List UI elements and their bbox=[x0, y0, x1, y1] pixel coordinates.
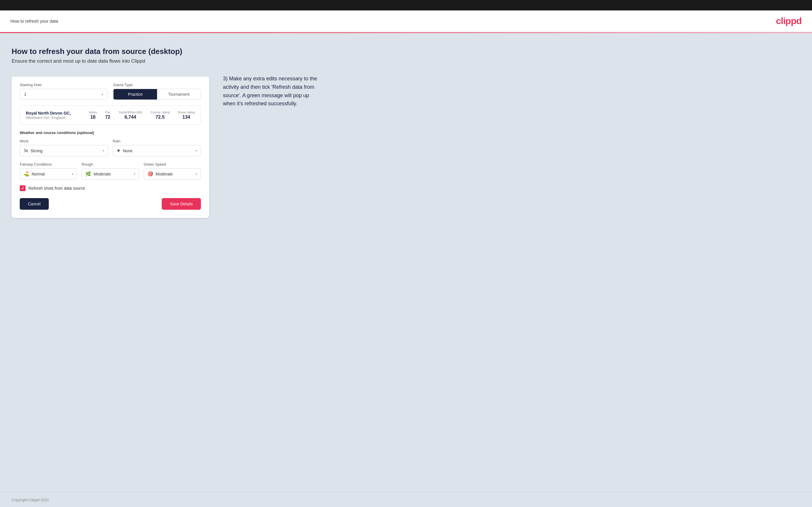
game-type-group: Game Type Practice Tournament bbox=[113, 83, 201, 100]
chevron-down-icon: ▾ bbox=[72, 172, 73, 175]
yards-label: Yards/White (M)) bbox=[118, 111, 142, 114]
starting-hole-label: Starting Hole bbox=[20, 83, 107, 87]
green-speed-value: Moderate bbox=[156, 172, 196, 176]
slope-rating-label: Slope rating bbox=[178, 111, 195, 114]
starting-hole-value: 1 bbox=[24, 92, 27, 97]
fairway-label: Fairway Conditions bbox=[20, 162, 77, 167]
course-rating-value: 72.5 bbox=[156, 115, 165, 120]
weather-section-title: Weather and course conditions (optional) bbox=[20, 130, 201, 135]
holes-stat: Holes 18 bbox=[89, 111, 97, 120]
wind-label: Wind bbox=[20, 139, 108, 143]
rain-label: Rain bbox=[113, 139, 201, 143]
chevron-down-icon: ▾ bbox=[102, 93, 103, 96]
header: How to refresh your data clippd bbox=[0, 10, 812, 32]
tournament-button[interactable]: Tournament bbox=[157, 89, 201, 100]
rain-group: Rain ☀ None ▾ bbox=[113, 139, 201, 156]
course-card: Royal North Devon GC, Westward Ho!, Engl… bbox=[20, 106, 201, 125]
rough-value: Moderate bbox=[94, 172, 134, 176]
rough-label: Rough bbox=[82, 162, 139, 167]
green-speed-group: Green Speed 🎯 Moderate ▾ bbox=[144, 162, 201, 179]
content-area: Starting Hole 1 ▾ Game Type Practice Tou… bbox=[12, 74, 800, 218]
course-name: Royal North Devon GC, bbox=[26, 111, 82, 115]
rain-icon: ☀ bbox=[116, 148, 120, 154]
fairway-group: Fairway Conditions ⛳ Normal ▾ bbox=[20, 162, 77, 179]
fairway-value: Normal bbox=[32, 172, 72, 176]
button-row: Cancel Save Details bbox=[20, 198, 201, 210]
course-info: Royal North Devon GC, Westward Ho!, Engl… bbox=[26, 111, 82, 120]
yards-stat: Yards/White (M)) 6,744 bbox=[118, 111, 142, 120]
refresh-label: Refresh shots from data source bbox=[29, 186, 85, 190]
card-strip bbox=[12, 74, 209, 77]
green-speed-select[interactable]: 🎯 Moderate ▾ bbox=[144, 168, 201, 179]
holes-value: 18 bbox=[90, 115, 96, 120]
wind-select[interactable]: 🌬 Strong ▾ bbox=[20, 145, 108, 156]
rough-group: Rough 🌿 Moderate ▾ bbox=[82, 162, 139, 179]
form-card: Starting Hole 1 ▾ Game Type Practice Tou… bbox=[12, 74, 209, 218]
starting-hole-select[interactable]: 1 ▾ bbox=[20, 89, 107, 100]
starting-hole-group: Starting Hole 1 ▾ bbox=[20, 83, 107, 100]
practice-button[interactable]: Practice bbox=[113, 89, 157, 100]
course-rating-stat: Course rating 72.5 bbox=[150, 111, 169, 120]
holes-label: Holes bbox=[89, 111, 97, 114]
chevron-down-icon: ▾ bbox=[103, 149, 104, 152]
cancel-button[interactable]: Cancel bbox=[20, 198, 49, 210]
rain-value: None bbox=[123, 149, 196, 153]
game-type-label: Game Type bbox=[113, 83, 201, 87]
top-bar bbox=[0, 0, 812, 10]
logo: clippd bbox=[776, 16, 802, 26]
rain-select[interactable]: ☀ None ▾ bbox=[113, 145, 201, 156]
slope-rating-stat: Slope rating 134 bbox=[178, 111, 195, 120]
game-type-toggle: Practice Tournament bbox=[113, 89, 201, 100]
yards-value: 6,744 bbox=[124, 115, 136, 120]
chevron-down-icon: ▾ bbox=[196, 172, 197, 175]
slope-rating-value: 134 bbox=[182, 115, 190, 120]
fairway-icon: ⛳ bbox=[23, 171, 29, 177]
refresh-checkbox-row: Refresh shots from data source bbox=[20, 185, 201, 191]
par-label: Par bbox=[105, 111, 110, 114]
chevron-down-icon: ▾ bbox=[196, 149, 197, 152]
header-title: How to refresh your data bbox=[10, 18, 58, 23]
par-value: 72 bbox=[105, 115, 110, 120]
conditions-row1: Wind 🌬 Strong ▾ Rain ☀ None ▾ bbox=[20, 139, 201, 156]
wind-group: Wind 🌬 Strong ▾ bbox=[20, 139, 108, 156]
wind-icon: 🌬 bbox=[23, 148, 28, 154]
refresh-checkbox[interactable] bbox=[20, 185, 26, 191]
par-stat: Par 72 bbox=[105, 111, 110, 120]
save-button[interactable]: Save Details bbox=[162, 198, 201, 210]
course-rating-label: Course rating bbox=[150, 111, 169, 114]
side-description: 3) Make any extra edits necessary to the… bbox=[223, 74, 322, 108]
chevron-down-icon: ▾ bbox=[134, 172, 135, 175]
rough-icon: 🌿 bbox=[85, 171, 91, 177]
course-location: Westward Ho!, England bbox=[26, 115, 82, 120]
page-subheading: Ensure the correct and most up to date d… bbox=[12, 58, 800, 64]
fairway-select[interactable]: ⛳ Normal ▾ bbox=[20, 168, 77, 179]
conditions-row2: Fairway Conditions ⛳ Normal ▾ Rough 🌿 Mo… bbox=[20, 162, 201, 179]
page-heading: How to refresh your data from source (de… bbox=[12, 47, 800, 56]
course-stats: Holes 18 Par 72 Yards/White (M)) 6,744 C… bbox=[89, 111, 195, 120]
footer: Copyright Clippd 2022 bbox=[0, 492, 812, 507]
footer-text: Copyright Clippd 2022 bbox=[12, 498, 49, 502]
rough-select[interactable]: 🌿 Moderate ▾ bbox=[82, 168, 139, 179]
wind-value: Strong bbox=[31, 149, 103, 153]
green-speed-icon: 🎯 bbox=[148, 171, 153, 177]
form-row-top: Starting Hole 1 ▾ Game Type Practice Tou… bbox=[20, 83, 201, 100]
side-text: 3) Make any extra edits necessary to the… bbox=[223, 74, 322, 108]
main-content: How to refresh your data from source (de… bbox=[0, 33, 812, 492]
green-speed-label: Green Speed bbox=[144, 162, 201, 167]
